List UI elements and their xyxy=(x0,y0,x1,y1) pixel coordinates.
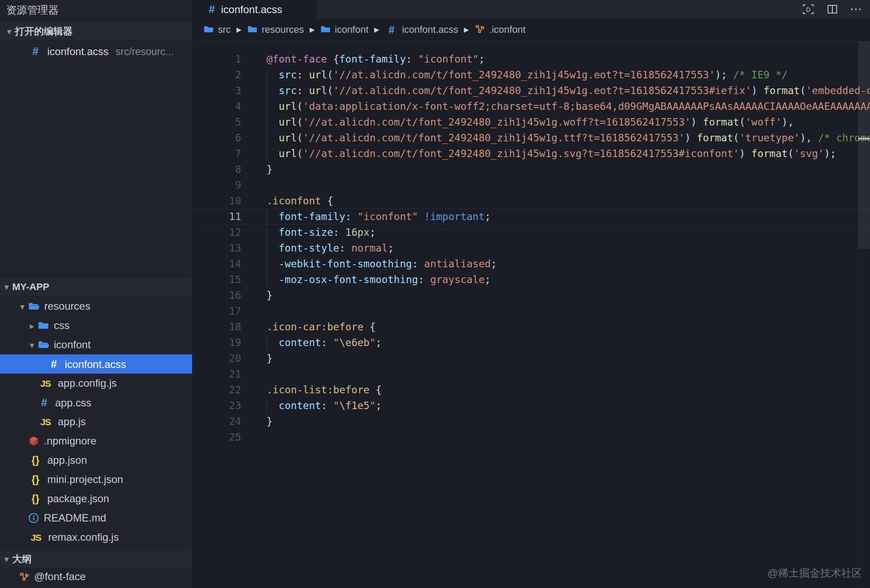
js-file-icon: JS xyxy=(38,374,53,393)
line-number: 3 xyxy=(193,83,241,98)
breadcrumb-item-src[interactable]: src xyxy=(203,24,231,35)
tree-item-css[interactable]: ▸css xyxy=(0,316,192,335)
breadcrumb-separator-icon: ▶ xyxy=(374,26,380,34)
code-line-24[interactable]: 24} xyxy=(193,413,870,429)
line-content: } xyxy=(267,287,273,303)
line-number: 18 xyxy=(193,319,241,335)
code-line-23[interactable]: 23 content: "\f1e5"; xyxy=(193,398,870,413)
tree-item-iconfont.acss[interactable]: #iconfont.acss xyxy=(0,354,192,374)
tree-item-iconfont[interactable]: ▾iconfont xyxy=(0,335,192,354)
tree-item-README.md[interactable]: README.md xyxy=(0,508,192,528)
tree-item-label: app.css xyxy=(55,397,91,409)
code-line-4[interactable]: 4 url('data:application/x-font-woff2;cha… xyxy=(193,98,870,114)
line-number: 17 xyxy=(193,303,241,319)
code-line-6[interactable]: 6 url('//at.alicdn.com/t/font_2492480_zi… xyxy=(193,130,870,146)
vertical-scrollbar[interactable] xyxy=(858,42,870,588)
open-editors-header[interactable]: ▾打开的编辑器 xyxy=(0,21,192,41)
line-number: 1 xyxy=(193,51,241,67)
line-content: } xyxy=(267,161,273,177)
chevron-down-icon[interactable]: ▾ xyxy=(1,277,12,297)
tree-item-label: package.json xyxy=(47,493,109,504)
code-line-21[interactable]: 21 xyxy=(193,366,870,382)
readme-info-icon xyxy=(28,512,39,524)
line-number: 22 xyxy=(193,382,241,398)
split-editor-icon[interactable] xyxy=(826,3,838,15)
tree-item-remax.config.js[interactable]: JSremax.config.js xyxy=(0,528,192,547)
code-line-10[interactable]: 10.iconfont { xyxy=(193,193,870,209)
breadcrumb-label: resources xyxy=(262,24,304,35)
code-line-8[interactable]: 8} xyxy=(193,161,870,177)
chevron-right-icon[interactable]: ▸ xyxy=(26,316,38,336)
tree-item-resources[interactable]: ▾resources xyxy=(0,297,192,316)
code-line-7[interactable]: 7 url('//at.alicdn.com/t/font_2492480_zi… xyxy=(193,146,870,161)
chevron-down-icon[interactable]: ▾ xyxy=(17,297,28,316)
line-content: content: "\e6eb"; xyxy=(267,335,382,350)
scrollbar-thumb[interactable] xyxy=(858,42,870,249)
folder-icon xyxy=(203,25,214,33)
line-content: font-size: 16px; xyxy=(267,224,375,240)
code-line-20[interactable]: 20} xyxy=(193,350,870,366)
css-file-icon: # xyxy=(38,393,51,412)
breadcrumb-item-iconfont[interactable]: iconfont xyxy=(320,24,368,35)
code-line-5[interactable]: 5 url('//at.alicdn.com/t/font_2492480_zi… xyxy=(193,114,870,130)
line-content: content: "\f1e5"; xyxy=(267,398,382,413)
code-line-12[interactable]: 12 font-size: 16px; xyxy=(193,224,870,240)
code-line-19[interactable]: 19 content: "\e6eb"; xyxy=(193,335,870,350)
tree-item-app.js[interactable]: JSapp.js xyxy=(0,412,192,431)
chevron-down-icon[interactable]: ▾ xyxy=(4,22,15,42)
code-line-18[interactable]: 18.icon-car:before { xyxy=(193,319,870,335)
breadcrumb-item-resources[interactable]: resources xyxy=(247,24,304,35)
code-line-15[interactable]: 15 -moz-osx-font-smoothing: grayscale; xyxy=(193,272,870,287)
line-number: 12 xyxy=(193,224,241,240)
project-section-header[interactable]: ▾MY-APP xyxy=(0,276,192,296)
tree-item-app.css[interactable]: #app.css xyxy=(0,393,192,412)
line-content: url('//at.alicdn.com/t/font_2492480_zih1… xyxy=(267,146,836,161)
tree-item-label: .npmignore xyxy=(44,435,96,447)
chevron-down-icon[interactable]: ▾ xyxy=(26,336,38,355)
tree-item-mini.project.json[interactable]: {}mini.project.json xyxy=(0,470,192,489)
js-file-icon: JS xyxy=(28,528,44,547)
tree-item-.npmignore[interactable]: .npmignore xyxy=(0,431,192,451)
file-tree: ▾resources▸css▾iconfont #iconfont.acss J… xyxy=(0,297,192,547)
json-file-icon: {} xyxy=(28,489,43,508)
code-area[interactable]: 1@font-face {font-family: "iconfont";2 s… xyxy=(193,42,870,588)
tree-item-label: app.config.js xyxy=(58,377,117,389)
tree-item-label: remax.config.js xyxy=(48,531,119,543)
editor-d-icon[interactable]: D xyxy=(802,3,815,16)
outline-section-header[interactable]: ▾大纲 xyxy=(0,549,192,568)
code-line-3[interactable]: 3 src: url('//at.alicdn.com/t/font_24924… xyxy=(193,83,870,98)
tab-label: iconfont.acss xyxy=(221,4,282,15)
line-number: 9 xyxy=(193,177,241,193)
more-actions-icon[interactable]: ⋯ xyxy=(850,5,863,14)
chevron-down-icon[interactable]: ▾ xyxy=(1,550,12,569)
code-line-13[interactable]: 13 font-style: normal; xyxy=(193,240,870,256)
tree-item-label: resources xyxy=(44,300,90,312)
watermark: @稀土掘金技术社区 xyxy=(768,566,862,580)
line-content: url('//at.alicdn.com/t/font_2492480_zih1… xyxy=(267,114,794,130)
tree-item-app.config.js[interactable]: JSapp.config.js xyxy=(0,374,192,393)
line-content: .icon-car:before { xyxy=(267,319,375,335)
css-file-icon: # xyxy=(29,41,42,61)
code-line-1[interactable]: 1@font-face {font-family: "iconfont"; xyxy=(193,51,870,67)
code-line-25[interactable]: 25 xyxy=(193,429,870,445)
code-line-2[interactable]: 2 src: url('//at.alicdn.com/t/font_24924… xyxy=(193,67,870,83)
line-number: 7 xyxy=(193,146,241,161)
code-line-22[interactable]: 22.icon-list:before { xyxy=(193,382,870,398)
code-line-11[interactable]: 11 font-family: "iconfont" !important; xyxy=(193,209,870,224)
breadcrumb-item-iconfont.acss[interactable]: #iconfont.acss xyxy=(385,24,458,36)
code-line-9[interactable]: 9 xyxy=(193,177,870,193)
tree-item-app.json[interactable]: {}app.json xyxy=(0,451,192,470)
vscode-window: 资源管理器 ▾打开的编辑器 #iconfont.acsssrc/resourc.… xyxy=(0,0,870,588)
code-line-17[interactable]: 17 xyxy=(193,303,870,319)
folder-icon xyxy=(247,25,258,33)
tab-iconfont-acss[interactable]: #iconfont.acss xyxy=(193,0,317,18)
breadcrumb-item-.iconfont[interactable]: .iconfont xyxy=(475,24,526,35)
tree-item-package.json[interactable]: {}package.json xyxy=(0,489,192,508)
line-content: src: url('//at.alicdn.com/t/font_2492480… xyxy=(267,83,870,98)
editor-actions: D ⋯ xyxy=(802,0,863,18)
code-line-14[interactable]: 14 -webkit-font-smoothing: antialiased; xyxy=(193,256,870,272)
code-line-16[interactable]: 16} xyxy=(193,287,870,303)
outline-item[interactable]: @font-face xyxy=(0,567,192,586)
open-editor-item[interactable]: #iconfont.acsssrc/resourc... xyxy=(0,41,192,61)
folder-icon xyxy=(320,25,331,33)
